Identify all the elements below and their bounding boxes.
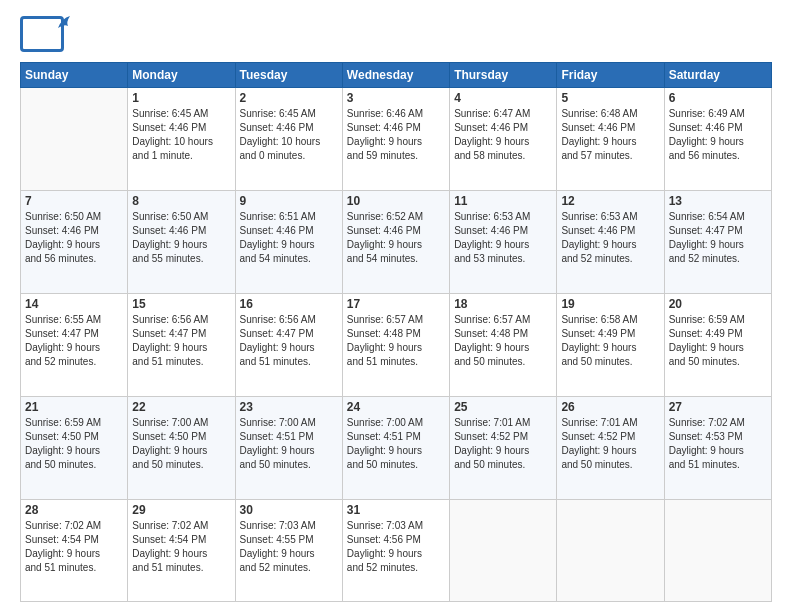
weekday-header-sunday: Sunday <box>21 63 128 88</box>
week-row-0: 1Sunrise: 6:45 AMSunset: 4:46 PMDaylight… <box>21 88 772 191</box>
day-info: Sunrise: 6:56 AMSunset: 4:47 PMDaylight:… <box>240 313 338 369</box>
calendar-cell: 29Sunrise: 7:02 AMSunset: 4:54 PMDayligh… <box>128 500 235 602</box>
calendar-cell <box>21 88 128 191</box>
day-info: Sunrise: 6:45 AMSunset: 4:46 PMDaylight:… <box>132 107 230 163</box>
calendar-cell: 7Sunrise: 6:50 AMSunset: 4:46 PMDaylight… <box>21 191 128 294</box>
day-number: 31 <box>347 503 445 517</box>
logo <box>20 16 66 52</box>
day-number: 6 <box>669 91 767 105</box>
day-info: Sunrise: 6:45 AMSunset: 4:46 PMDaylight:… <box>240 107 338 163</box>
weekday-header-thursday: Thursday <box>450 63 557 88</box>
week-row-4: 28Sunrise: 7:02 AMSunset: 4:54 PMDayligh… <box>21 500 772 602</box>
day-number: 4 <box>454 91 552 105</box>
weekday-header-row: SundayMondayTuesdayWednesdayThursdayFrid… <box>21 63 772 88</box>
calendar-cell: 16Sunrise: 6:56 AMSunset: 4:47 PMDayligh… <box>235 294 342 397</box>
day-info: Sunrise: 6:59 AMSunset: 4:49 PMDaylight:… <box>669 313 767 369</box>
day-number: 7 <box>25 194 123 208</box>
calendar-cell: 30Sunrise: 7:03 AMSunset: 4:55 PMDayligh… <box>235 500 342 602</box>
day-info: Sunrise: 6:48 AMSunset: 4:46 PMDaylight:… <box>561 107 659 163</box>
day-info: Sunrise: 7:03 AMSunset: 4:56 PMDaylight:… <box>347 519 445 575</box>
calendar-cell: 3Sunrise: 6:46 AMSunset: 4:46 PMDaylight… <box>342 88 449 191</box>
day-info: Sunrise: 6:56 AMSunset: 4:47 PMDaylight:… <box>132 313 230 369</box>
day-info: Sunrise: 6:53 AMSunset: 4:46 PMDaylight:… <box>561 210 659 266</box>
day-number: 27 <box>669 400 767 414</box>
day-number: 16 <box>240 297 338 311</box>
calendar-cell <box>450 500 557 602</box>
day-number: 20 <box>669 297 767 311</box>
calendar-cell: 28Sunrise: 7:02 AMSunset: 4:54 PMDayligh… <box>21 500 128 602</box>
day-number: 8 <box>132 194 230 208</box>
day-number: 28 <box>25 503 123 517</box>
day-info: Sunrise: 6:55 AMSunset: 4:47 PMDaylight:… <box>25 313 123 369</box>
day-number: 30 <box>240 503 338 517</box>
calendar-cell: 2Sunrise: 6:45 AMSunset: 4:46 PMDaylight… <box>235 88 342 191</box>
weekday-header-friday: Friday <box>557 63 664 88</box>
header <box>20 16 772 52</box>
weekday-header-wednesday: Wednesday <box>342 63 449 88</box>
day-number: 11 <box>454 194 552 208</box>
day-info: Sunrise: 7:02 AMSunset: 4:54 PMDaylight:… <box>132 519 230 575</box>
calendar-cell: 5Sunrise: 6:48 AMSunset: 4:46 PMDaylight… <box>557 88 664 191</box>
day-info: Sunrise: 6:49 AMSunset: 4:46 PMDaylight:… <box>669 107 767 163</box>
day-info: Sunrise: 7:03 AMSunset: 4:55 PMDaylight:… <box>240 519 338 575</box>
day-number: 24 <box>347 400 445 414</box>
calendar-cell: 4Sunrise: 6:47 AMSunset: 4:46 PMDaylight… <box>450 88 557 191</box>
calendar-cell <box>557 500 664 602</box>
day-info: Sunrise: 7:02 AMSunset: 4:54 PMDaylight:… <box>25 519 123 575</box>
calendar-cell: 27Sunrise: 7:02 AMSunset: 4:53 PMDayligh… <box>664 397 771 500</box>
day-number: 21 <box>25 400 123 414</box>
calendar-cell <box>664 500 771 602</box>
calendar-cell: 19Sunrise: 6:58 AMSunset: 4:49 PMDayligh… <box>557 294 664 397</box>
calendar-cell: 12Sunrise: 6:53 AMSunset: 4:46 PMDayligh… <box>557 191 664 294</box>
week-row-1: 7Sunrise: 6:50 AMSunset: 4:46 PMDaylight… <box>21 191 772 294</box>
calendar-cell: 8Sunrise: 6:50 AMSunset: 4:46 PMDaylight… <box>128 191 235 294</box>
calendar-cell: 25Sunrise: 7:01 AMSunset: 4:52 PMDayligh… <box>450 397 557 500</box>
day-info: Sunrise: 7:00 AMSunset: 4:50 PMDaylight:… <box>132 416 230 472</box>
logo-bird-icon <box>56 14 74 32</box>
day-info: Sunrise: 7:01 AMSunset: 4:52 PMDaylight:… <box>454 416 552 472</box>
day-info: Sunrise: 6:54 AMSunset: 4:47 PMDaylight:… <box>669 210 767 266</box>
calendar-cell: 15Sunrise: 6:56 AMSunset: 4:47 PMDayligh… <box>128 294 235 397</box>
week-row-3: 21Sunrise: 6:59 AMSunset: 4:50 PMDayligh… <box>21 397 772 500</box>
day-info: Sunrise: 6:51 AMSunset: 4:46 PMDaylight:… <box>240 210 338 266</box>
day-info: Sunrise: 6:46 AMSunset: 4:46 PMDaylight:… <box>347 107 445 163</box>
day-info: Sunrise: 6:57 AMSunset: 4:48 PMDaylight:… <box>347 313 445 369</box>
weekday-header-monday: Monday <box>128 63 235 88</box>
day-info: Sunrise: 7:00 AMSunset: 4:51 PMDaylight:… <box>240 416 338 472</box>
day-info: Sunrise: 7:00 AMSunset: 4:51 PMDaylight:… <box>347 416 445 472</box>
calendar-cell: 18Sunrise: 6:57 AMSunset: 4:48 PMDayligh… <box>450 294 557 397</box>
calendar-cell: 17Sunrise: 6:57 AMSunset: 4:48 PMDayligh… <box>342 294 449 397</box>
calendar-cell: 26Sunrise: 7:01 AMSunset: 4:52 PMDayligh… <box>557 397 664 500</box>
day-number: 19 <box>561 297 659 311</box>
day-number: 2 <box>240 91 338 105</box>
calendar-cell: 24Sunrise: 7:00 AMSunset: 4:51 PMDayligh… <box>342 397 449 500</box>
page: SundayMondayTuesdayWednesdayThursdayFrid… <box>0 0 792 612</box>
day-info: Sunrise: 7:01 AMSunset: 4:52 PMDaylight:… <box>561 416 659 472</box>
day-number: 9 <box>240 194 338 208</box>
calendar-cell: 20Sunrise: 6:59 AMSunset: 4:49 PMDayligh… <box>664 294 771 397</box>
day-info: Sunrise: 6:53 AMSunset: 4:46 PMDaylight:… <box>454 210 552 266</box>
day-number: 29 <box>132 503 230 517</box>
day-info: Sunrise: 6:58 AMSunset: 4:49 PMDaylight:… <box>561 313 659 369</box>
calendar-cell: 10Sunrise: 6:52 AMSunset: 4:46 PMDayligh… <box>342 191 449 294</box>
calendar-cell: 31Sunrise: 7:03 AMSunset: 4:56 PMDayligh… <box>342 500 449 602</box>
calendar-cell: 22Sunrise: 7:00 AMSunset: 4:50 PMDayligh… <box>128 397 235 500</box>
calendar-cell: 21Sunrise: 6:59 AMSunset: 4:50 PMDayligh… <box>21 397 128 500</box>
day-info: Sunrise: 6:50 AMSunset: 4:46 PMDaylight:… <box>25 210 123 266</box>
day-info: Sunrise: 6:57 AMSunset: 4:48 PMDaylight:… <box>454 313 552 369</box>
day-number: 12 <box>561 194 659 208</box>
day-number: 5 <box>561 91 659 105</box>
day-number: 22 <box>132 400 230 414</box>
day-number: 1 <box>132 91 230 105</box>
calendar-table: SundayMondayTuesdayWednesdayThursdayFrid… <box>20 62 772 602</box>
day-number: 3 <box>347 91 445 105</box>
day-number: 10 <box>347 194 445 208</box>
day-number: 13 <box>669 194 767 208</box>
calendar-cell: 23Sunrise: 7:00 AMSunset: 4:51 PMDayligh… <box>235 397 342 500</box>
week-row-2: 14Sunrise: 6:55 AMSunset: 4:47 PMDayligh… <box>21 294 772 397</box>
weekday-header-saturday: Saturday <box>664 63 771 88</box>
day-info: Sunrise: 7:02 AMSunset: 4:53 PMDaylight:… <box>669 416 767 472</box>
calendar-cell: 6Sunrise: 6:49 AMSunset: 4:46 PMDaylight… <box>664 88 771 191</box>
day-number: 25 <box>454 400 552 414</box>
day-number: 15 <box>132 297 230 311</box>
